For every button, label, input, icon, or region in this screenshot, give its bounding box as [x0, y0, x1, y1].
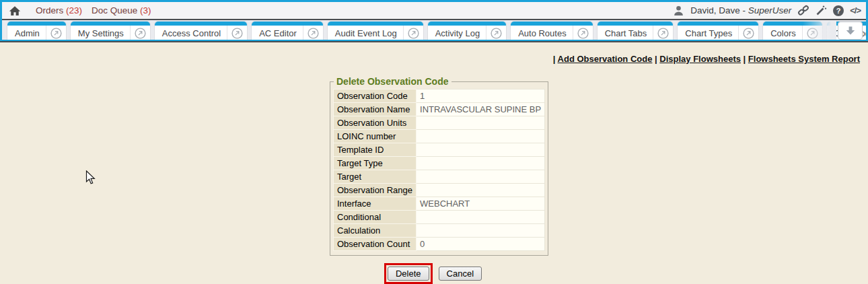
tab-scroll-down-button[interactable]: [838, 22, 863, 40]
row-label: Observation Name: [334, 103, 417, 116]
table-row: Observation Range: [334, 184, 545, 197]
tab-colors[interactable]: Colors: [763, 22, 822, 41]
row-label: Observation Units: [334, 116, 417, 130]
tab-body: Colors: [763, 26, 822, 41]
table-row: Interface WEBCHART: [334, 197, 545, 211]
tab-open-new-window-icon[interactable]: [486, 26, 506, 41]
row-value: [417, 224, 545, 238]
observation-fieldset: Delete Observation Code Observation Code…: [330, 76, 548, 256]
table-row: Calculation: [334, 224, 545, 238]
home-icon[interactable]: [9, 5, 21, 16]
tab-open-new-window-icon[interactable]: [802, 26, 822, 41]
tab-label: Colors: [770, 28, 802, 38]
row-label: Template ID: [334, 143, 417, 157]
tab-auto-routes[interactable]: Auto Routes: [511, 22, 593, 41]
link-display-flowsheets[interactable]: Display Flowsheets: [659, 54, 741, 64]
tab-body: My Settings: [71, 26, 150, 41]
table-row: Observation Code 1: [334, 90, 545, 103]
observation-table: Observation Code 1 Observation Name INTR…: [333, 89, 545, 251]
link-icon[interactable]: [797, 5, 809, 16]
tab-ac-editor[interactable]: AC Editor: [252, 22, 323, 41]
user-icon: [673, 5, 684, 16]
topbar-right: David, Dave - SuperUser ? </>: [673, 5, 861, 16]
row-value: [417, 211, 545, 224]
nav-orders[interactable]: Orders (23): [36, 5, 82, 15]
row-value: [417, 184, 545, 197]
link-add-observation-code[interactable]: Add Observation Code: [558, 54, 653, 64]
link-flowsheets-system-report[interactable]: Flowsheets System Report: [748, 54, 860, 64]
tab-activity-log[interactable]: Activity Log: [428, 22, 506, 41]
chevron-down-icon: [845, 26, 856, 36]
row-value: 1: [417, 90, 545, 103]
link-separator: |: [744, 54, 748, 64]
tab-body: Audit Event Log: [328, 26, 423, 41]
topbar: Orders (23) Doc Queue (3) David, Dave - …: [2, 2, 866, 19]
tab-open-new-window-icon[interactable]: [653, 26, 673, 41]
tab-body: Chart Types: [678, 26, 758, 41]
tab-body: Chart Tabs: [598, 26, 674, 41]
delete-button[interactable]: Delete: [388, 267, 429, 281]
action-links: | Add Observation Code | Display Flowshe…: [0, 42, 868, 64]
delete-observation-form: Delete Observation Code Observation Code…: [330, 76, 536, 284]
nav-orders-count: (23): [66, 5, 82, 15]
tab-open-new-window-icon[interactable]: [738, 26, 758, 41]
nav-doc-queue[interactable]: Doc Queue (3): [92, 5, 151, 15]
header: Orders (23) Doc Queue (3) David, Dave - …: [0, 0, 868, 41]
nav-doc-queue-count: (3): [140, 5, 151, 15]
tab-body: Auto Routes: [511, 26, 593, 41]
wand-icon[interactable]: [816, 5, 827, 16]
tab-body: AC Editor: [252, 26, 323, 41]
tab-label: Auto Routes: [518, 28, 573, 38]
row-value: INTRAVASCULAR SUPINE BP: [417, 103, 545, 116]
row-label: LOINC number: [334, 130, 417, 143]
tab-open-new-window-icon[interactable]: [130, 26, 150, 41]
link-separator: |: [553, 54, 558, 64]
row-value: WEBCHART: [417, 197, 545, 211]
tab-access-control[interactable]: Access Control: [155, 22, 247, 41]
row-value: [417, 143, 545, 157]
tab-label: Activity Log: [435, 28, 486, 38]
tab-chart-types[interactable]: Chart Types: [678, 22, 758, 41]
tab-label: Chart Types: [685, 28, 738, 38]
topbar-left: Orders (23) Doc Queue (3): [9, 5, 151, 16]
row-label: Target Type: [334, 157, 417, 170]
tab-label: Chart Tabs: [605, 28, 653, 38]
tab-label: Admin: [15, 28, 46, 38]
row-label: Observation Count: [334, 238, 417, 251]
help-icon[interactable]: ?: [833, 5, 844, 16]
table-row: Target: [334, 170, 545, 184]
tab-my-settings[interactable]: My Settings: [71, 22, 150, 41]
tab-label: My Settings: [78, 28, 130, 38]
delete-button-highlight: Delete: [384, 263, 433, 284]
tab-body: Activity Log: [428, 26, 506, 41]
tab-open-new-window-icon[interactable]: [303, 26, 323, 41]
row-value: [417, 170, 545, 184]
row-label: Conditional: [334, 211, 417, 224]
table-row: Observation Units: [334, 116, 545, 130]
user-role: SuperUser: [748, 5, 792, 15]
row-label: Interface: [334, 197, 417, 211]
code-icon[interactable]: </>: [850, 5, 861, 15]
tab-bar: Admin My Settings Access Control: [2, 20, 866, 41]
tab-admin[interactable]: Admin: [7, 22, 66, 41]
row-value: 0: [417, 238, 545, 251]
row-value: [417, 157, 545, 170]
tab-open-new-window-icon[interactable]: [227, 26, 247, 41]
nav-doc-queue-label: Doc Queue: [92, 5, 137, 15]
tab-open-new-window-icon[interactable]: [573, 26, 593, 41]
tab-audit-event-log[interactable]: Audit Event Log: [328, 22, 423, 41]
row-label: Calculation: [334, 224, 417, 238]
cancel-button[interactable]: Cancel: [439, 267, 482, 281]
tab-chart-tabs[interactable]: Chart Tabs: [598, 22, 674, 41]
tab-label: AC Editor: [259, 28, 303, 38]
table-row: Target Type: [334, 157, 545, 170]
fieldset-legend: Delete Observation Code: [334, 76, 451, 87]
user-name: David, Dave - SuperUser: [690, 5, 791, 15]
button-row: Delete Cancel: [330, 263, 536, 284]
table-row: Observation Count 0: [334, 238, 545, 251]
tab-open-new-window-icon[interactable]: [46, 26, 66, 41]
tab-label: Access Control: [162, 28, 227, 38]
row-value: [417, 116, 545, 130]
row-label: Observation Range: [334, 184, 417, 197]
tab-open-new-window-icon[interactable]: [403, 26, 423, 41]
